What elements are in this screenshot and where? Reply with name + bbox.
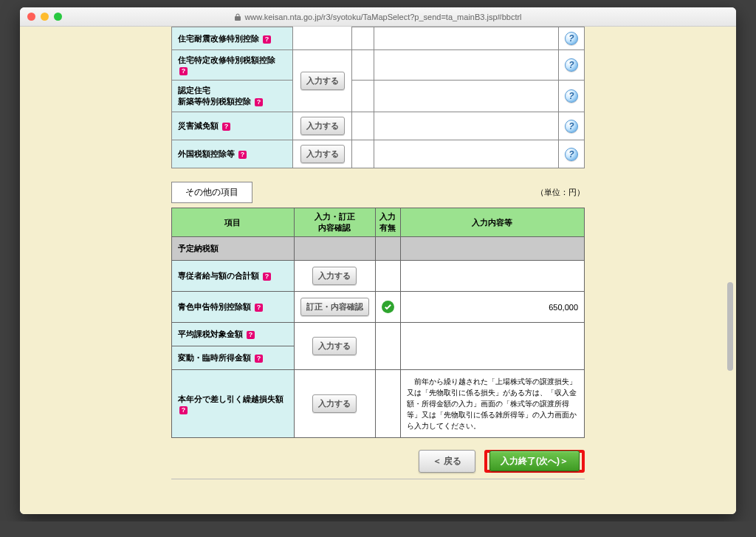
scrollbar-thumb[interactable] xyxy=(727,282,733,371)
row-value xyxy=(374,140,558,168)
deductions-table: 住宅耐震改修特別控除 ??住宅特定改修特別税額控除 ?入力する?認定住宅新築等特… xyxy=(171,27,585,168)
unit-label: （単位：円） xyxy=(536,187,585,198)
other-row: 専従者給与額の合計額 ?入力する xyxy=(172,261,585,292)
input-button[interactable]: 入力する xyxy=(312,267,357,285)
minimize-dot[interactable] xyxy=(41,13,49,21)
input-button[interactable]: 入力する xyxy=(300,72,345,90)
next-button-highlight: 入力終了(次へ)＞ xyxy=(484,450,585,473)
other-items-table: 項目 入力・訂正内容確認 入力有無 入力内容等 予定納税額専従者給与額の合計額 … xyxy=(171,208,585,438)
deduction-row: 住宅耐震改修特別控除 ?? xyxy=(172,27,585,50)
help-badge-icon[interactable]: ? xyxy=(179,67,188,75)
help-icon[interactable]: ? xyxy=(565,148,578,161)
col-value: 入力内容等 xyxy=(400,208,584,237)
carryover-loss-row: 本年分で差し引く繰越損失額 ?入力する 前年から繰り越された「上場株式等の譲渡損… xyxy=(172,370,585,438)
row-help: ? xyxy=(558,112,584,140)
close-dot[interactable] xyxy=(27,13,35,21)
browser-window: www.keisan.nta.go.jp/r3/syotoku/TaMapSel… xyxy=(20,7,736,514)
col-flag: 入力有無 xyxy=(375,208,400,237)
help-icon[interactable]: ? xyxy=(565,89,578,103)
row-flag xyxy=(352,27,374,50)
help-badge-icon[interactable]: ? xyxy=(263,273,271,281)
deduction-row: 住宅特定改修特別税額控除 ?入力する? xyxy=(172,50,585,81)
back-button[interactable]: ＜ 戻る xyxy=(419,450,475,473)
row-label: 災害減免額 ? xyxy=(172,112,293,140)
address-bar: www.keisan.nta.go.jp/r3/syotoku/TaMapSel… xyxy=(20,13,736,21)
deduction-row: 災害減免額 ?入力する? xyxy=(172,112,585,140)
help-icon[interactable]: ? xyxy=(565,58,578,72)
help-badge-icon[interactable]: ? xyxy=(222,123,230,131)
row-flag xyxy=(352,140,374,168)
button-bar: ＜ 戻る 入力終了(次へ)＞ xyxy=(171,450,585,473)
row-value xyxy=(374,112,558,140)
scheduled-tax-row: 予定納税額 xyxy=(172,237,585,261)
input-button[interactable]: 入力する xyxy=(300,145,345,163)
row-help: ? xyxy=(558,27,584,50)
row-label: 住宅耐震改修特別控除 ? xyxy=(172,27,293,50)
check-icon xyxy=(382,301,394,313)
help-badge-icon[interactable]: ? xyxy=(255,355,263,363)
divider xyxy=(171,479,585,479)
help-badge-icon[interactable]: ? xyxy=(179,406,188,414)
row-value xyxy=(374,27,558,50)
help-badge-icon[interactable]: ? xyxy=(255,98,263,106)
page-body: 住宅耐震改修特別控除 ??住宅特定改修特別税額控除 ?入力する?認定住宅新築等特… xyxy=(20,27,736,514)
help-icon[interactable]: ? xyxy=(565,120,578,133)
input-button[interactable]: 入力する xyxy=(300,117,345,135)
blue-return-row: 青色申告特別控除額 ?訂正・内容確認650,000 xyxy=(172,292,585,323)
edit-confirm-button[interactable]: 訂正・内容確認 xyxy=(300,298,369,316)
carryover-note: 前年から繰り越された「上場株式等の譲渡損失」又は「先物取引に係る損失」がある方は… xyxy=(407,376,578,431)
deduction-row: 外国税額控除等 ?入力する? xyxy=(172,140,585,168)
section-header: その他の項目 （単位：円） xyxy=(171,182,585,203)
row-help: ? xyxy=(558,140,584,168)
col-confirm: 入力・訂正内容確認 xyxy=(294,208,375,237)
input-button[interactable]: 入力する xyxy=(312,394,357,413)
zoom-dot[interactable] xyxy=(54,13,62,21)
title-bar: www.keisan.nta.go.jp/r3/syotoku/TaMapSel… xyxy=(20,7,736,27)
window-controls xyxy=(27,13,62,21)
next-button[interactable]: 入力終了(次へ)＞ xyxy=(489,451,580,471)
row-label: 外国税額控除等 ? xyxy=(172,140,293,168)
help-badge-icon[interactable]: ? xyxy=(247,331,255,339)
url-text: www.keisan.nta.go.jp/r3/syotoku/TaMapSel… xyxy=(244,13,521,21)
lock-icon xyxy=(234,13,241,21)
other-row: 平均課税対象金額 ?入力する xyxy=(172,323,585,346)
help-badge-icon[interactable]: ? xyxy=(263,35,271,44)
help-badge-icon[interactable]: ? xyxy=(255,304,263,312)
section-tab[interactable]: その他の項目 xyxy=(171,182,252,203)
scrollbar[interactable] xyxy=(727,31,733,510)
input-button[interactable]: 入力する xyxy=(312,337,357,355)
row-flag xyxy=(352,112,374,140)
help-icon[interactable]: ? xyxy=(565,32,578,45)
col-item: 項目 xyxy=(172,208,295,237)
deduction-row: 認定住宅新築等特別税額控除 ?? xyxy=(172,81,585,112)
help-badge-icon[interactable]: ? xyxy=(238,151,247,159)
